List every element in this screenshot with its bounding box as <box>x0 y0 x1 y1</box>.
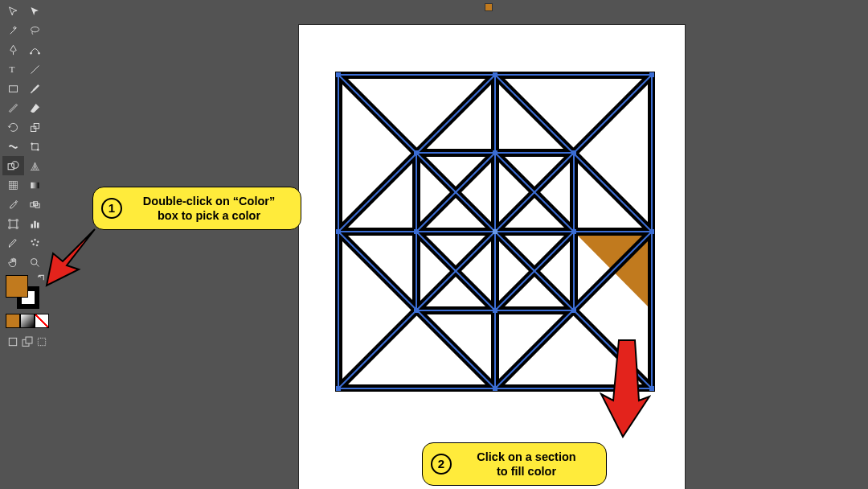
eraser-tool[interactable] <box>24 98 46 117</box>
lasso-tool[interactable] <box>24 21 46 40</box>
svg-rect-41 <box>493 386 497 391</box>
gradient-tool[interactable] <box>24 175 46 195</box>
callout-1-number: 1 <box>101 198 122 219</box>
slice-tool[interactable] <box>2 233 24 253</box>
curvature-tool[interactable] <box>24 40 46 60</box>
paintbrush-tool[interactable] <box>24 79 46 98</box>
svg-rect-4 <box>10 85 18 92</box>
svg-point-11 <box>11 161 18 168</box>
selection-tool[interactable] <box>2 2 24 21</box>
svg-rect-6 <box>34 123 39 128</box>
svg-rect-48 <box>414 229 419 234</box>
svg-point-26 <box>31 258 38 265</box>
free-transform-tool[interactable] <box>24 137 46 156</box>
svg-point-2 <box>39 52 40 54</box>
svg-rect-43 <box>414 150 419 155</box>
perspective-grid-tool[interactable] <box>24 156 46 175</box>
shaper-tool[interactable] <box>2 98 24 117</box>
svg-point-9 <box>37 149 39 150</box>
color-mode-none[interactable] <box>35 314 49 328</box>
svg-rect-10 <box>8 163 14 169</box>
scale-tool[interactable] <box>24 117 46 137</box>
callout-2-number: 2 <box>431 454 452 475</box>
artboard-origin-handle[interactable] <box>485 3 493 11</box>
svg-point-21 <box>31 240 33 242</box>
rotate-tool[interactable] <box>2 117 24 137</box>
type-tool[interactable]: T <box>2 60 24 79</box>
draw-normal-icon[interactable] <box>6 333 20 351</box>
magic-wand-tool[interactable] <box>2 21 24 40</box>
svg-rect-29 <box>26 337 32 343</box>
svg-rect-17 <box>10 220 17 228</box>
svg-point-25 <box>36 244 38 246</box>
svg-rect-44 <box>571 150 576 155</box>
svg-rect-37 <box>649 72 654 77</box>
svg-rect-5 <box>31 126 36 131</box>
svg-rect-7 <box>32 143 39 150</box>
workspace: T <box>0 0 868 489</box>
svg-rect-51 <box>493 229 497 234</box>
draw-mode-row <box>6 333 49 351</box>
svg-rect-27 <box>9 338 16 345</box>
svg-rect-45 <box>414 308 419 313</box>
svg-point-24 <box>33 243 35 244</box>
svg-rect-36 <box>493 72 497 77</box>
callout-1: 1 Double-click on “Color” box to pick a … <box>92 187 301 230</box>
svg-rect-49 <box>571 229 576 234</box>
tools-panel: T <box>2 2 49 351</box>
svg-rect-40 <box>336 386 341 391</box>
fill-mode-row <box>6 314 49 328</box>
callout-2-line2: to fill color <box>458 464 595 479</box>
svg-rect-39 <box>649 229 654 234</box>
svg-rect-38 <box>336 229 341 234</box>
svg-point-22 <box>35 239 36 240</box>
rectangle-tool[interactable] <box>2 79 24 98</box>
fill-color-box[interactable] <box>6 275 28 298</box>
arrow-2 <box>595 336 651 441</box>
mesh-tool[interactable] <box>2 175 24 195</box>
svg-rect-50 <box>493 308 497 313</box>
callout-1-line2: box to pick a color <box>129 208 289 223</box>
color-mode-gradient[interactable] <box>20 314 35 328</box>
svg-rect-19 <box>34 220 36 228</box>
pen-tool[interactable] <box>2 40 24 60</box>
line-tool[interactable] <box>24 60 46 79</box>
svg-rect-13 <box>31 182 39 188</box>
arrow-1 <box>39 221 103 294</box>
hand-tool[interactable] <box>2 253 24 272</box>
svg-point-8 <box>31 142 33 144</box>
blend-tool[interactable] <box>24 195 46 214</box>
color-mode-solid[interactable] <box>6 314 20 328</box>
svg-text:T: T <box>10 64 15 74</box>
artboard-tool[interactable] <box>2 214 24 233</box>
svg-point-0 <box>31 27 39 31</box>
callout-2-line1: Click on a section <box>458 450 595 464</box>
svg-rect-35 <box>336 72 341 77</box>
svg-rect-46 <box>571 308 576 313</box>
direct-selection-tool[interactable] <box>24 2 46 21</box>
callout-2: 2 Click on a section to fill color <box>422 442 607 486</box>
svg-rect-30 <box>38 338 45 345</box>
draw-inside-icon[interactable] <box>35 333 49 351</box>
shape-builder-tool[interactable] <box>2 156 24 175</box>
svg-rect-14 <box>31 203 35 207</box>
svg-rect-18 <box>31 224 34 228</box>
width-tool[interactable] <box>2 137 24 156</box>
eyedropper-tool[interactable] <box>2 195 24 214</box>
draw-behind-icon[interactable] <box>20 333 35 351</box>
svg-point-1 <box>31 52 32 54</box>
svg-rect-47 <box>493 150 497 155</box>
callout-1-line1: Double-click on “Color” <box>129 194 289 208</box>
